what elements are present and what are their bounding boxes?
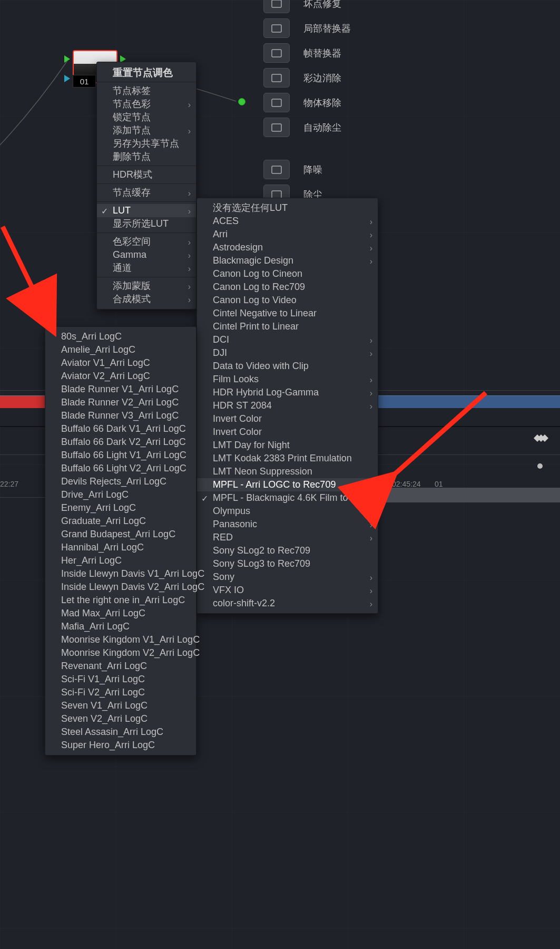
lut-item[interactable]: Canon Log to Cineon	[197, 267, 378, 280]
menu-item[interactable]: 添加节点›	[97, 124, 196, 137]
menu-title[interactable]: 重置节点调色	[97, 65, 196, 80]
lut-item[interactable]: Canon Log to Video	[197, 294, 378, 307]
tool-spot-repair[interactable]: 坏点修复	[263, 0, 553, 16]
preset-item[interactable]: Aviator V1_Arri LogC	[45, 356, 196, 370]
preset-item[interactable]: Blade Runner V3_Arri LogC	[45, 409, 196, 422]
menu-item[interactable]: 锁定节点	[97, 111, 196, 124]
preset-item[interactable]: Hannibal_Arri LogC	[45, 541, 196, 554]
lut-submenu[interactable]: 没有选定任何LUTACES›Arri›Astrodesign›Blackmagi…	[197, 198, 378, 614]
chevron-right-icon: ›	[370, 584, 372, 597]
preset-item[interactable]: Let the right one in_Arri LogC	[45, 594, 196, 607]
preset-item[interactable]: Aviator V2_Arri LogC	[45, 370, 196, 383]
node-context-menu[interactable]: 重置节点调色节点标签节点色彩›锁定节点添加节点›另存为共享节点删除节点HDR模式…	[96, 62, 197, 309]
lut-item[interactable]: Film Looks›	[197, 373, 378, 386]
preset-item[interactable]: Enemy_Arri LogC	[45, 501, 196, 515]
chevron-right-icon: ›	[370, 518, 372, 531]
lut-item[interactable]: Invert Color	[197, 412, 378, 425]
lut-item[interactable]: Blackmagic Design›	[197, 254, 378, 267]
tool-local-replace[interactable]: 局部替换器	[263, 16, 553, 41]
lut-item[interactable]: Panasonic›	[197, 518, 378, 531]
preset-item[interactable]: Amelie_Arri LogC	[45, 343, 196, 356]
lut-item[interactable]: RED›	[197, 531, 378, 544]
preset-item[interactable]: Inside Llewyn Davis V2_Arri LogC	[45, 580, 196, 594]
menu-item[interactable]: 节点标签	[97, 84, 196, 98]
svg-rect-6	[272, 166, 281, 173]
lut-item[interactable]: Invert Color	[197, 425, 378, 439]
svg-rect-1	[272, 25, 281, 32]
chevron-right-icon: ›	[188, 262, 191, 275]
lut-item[interactable]: Canon Log to Rec709	[197, 280, 378, 294]
lut-item[interactable]: Data to Video with Clip	[197, 360, 378, 373]
lut-item[interactable]: Cintel Negative to Linear	[197, 307, 378, 320]
preset-item[interactable]: Seven V2_Arri LogC	[45, 712, 196, 725]
lut-item[interactable]: Arri›	[197, 228, 378, 241]
menu-item[interactable]: 显示所选LUT	[97, 217, 196, 230]
preset-item[interactable]: Seven V1_Arri LogC	[45, 699, 196, 712]
menu-item[interactable]: 通道›	[97, 262, 196, 275]
timeline-highlight	[0, 396, 47, 408]
preset-item[interactable]: Sci-Fi V1_Arri LogC	[45, 673, 196, 686]
preset-item[interactable]: Blade Runner V2_Arri LogC	[45, 396, 196, 409]
preset-item[interactable]: Moonrise Kingdom V2_Arri LogC	[45, 646, 196, 660]
lut-item[interactable]: LMT Kodak 2383 Print Emulation	[197, 452, 378, 465]
preset-item[interactable]: Moonrise Kingdom V1_Arri LogC	[45, 633, 196, 646]
lut-item[interactable]: Cintel Print to Linear	[197, 320, 378, 333]
lut-item[interactable]: Sony›	[197, 570, 378, 584]
menu-item[interactable]: 合成模式›	[97, 293, 196, 306]
lut-item[interactable]: MPFL - Arri LOGC to Rec709›	[197, 478, 378, 491]
preset-item[interactable]: Super Hero_Arri LogC	[45, 739, 196, 752]
preset-item[interactable]: Buffalo 66 Light V2_Arri LogC	[45, 462, 196, 475]
tool-frame-replace[interactable]: 帧替换器	[263, 41, 553, 65]
preset-item[interactable]: Revenant_Arri LogC	[45, 660, 196, 673]
chevron-right-icon: ›	[370, 333, 372, 346]
menu-item[interactable]: 删除节点	[97, 150, 196, 163]
auto-dust-icon	[263, 118, 290, 137]
lut-item[interactable]: Sony SLog3 to Rec709	[197, 557, 378, 570]
menu-item[interactable]: 节点色彩›	[97, 98, 196, 111]
chevron-right-icon: ›	[188, 124, 191, 137]
lut-item[interactable]: Olympus›	[197, 505, 378, 518]
lut-item[interactable]: ACES›	[197, 215, 378, 228]
chevron-right-icon: ›	[370, 505, 372, 518]
lut-preset-submenu[interactable]: 80s_Arri LogCAmelie_Arri LogCAviator V1_…	[45, 326, 197, 756]
preset-item[interactable]: Devils Rejects_Arri LogC	[45, 475, 196, 488]
preset-item[interactable]: Mad Max_Arri LogC	[45, 607, 196, 620]
preset-item[interactable]: Buffalo 66 Dark V1_Arri LogC	[45, 422, 196, 435]
lut-item[interactable]: DCI›	[197, 333, 378, 346]
menu-item[interactable]: Gamma›	[97, 248, 196, 262]
lut-item[interactable]: Astrodesign›	[197, 241, 378, 254]
preset-item[interactable]: Grand Budapest_Arri LogC	[45, 528, 196, 541]
lut-item[interactable]: MPFL - Blackmagic 4.6K Film to Rec709✓›	[197, 491, 378, 505]
lut-item[interactable]: HDR Hybrid Log-Gamma›	[197, 386, 378, 399]
lut-item[interactable]: LMT Neon Suppression	[197, 465, 378, 478]
preset-item[interactable]: Blade Runner V1_Arri LogC	[45, 383, 196, 396]
tool-auto-dust[interactable]: 自动除尘	[263, 115, 553, 140]
menu-item[interactable]: 添加蒙版›	[97, 279, 196, 293]
tool-edge-remove[interactable]: 彩边消除	[263, 65, 553, 90]
lut-item[interactable]: color-shift-v2.2›	[197, 597, 378, 610]
lut-item[interactable]: VFX IO›	[197, 584, 378, 597]
menu-item[interactable]: HDR模式	[97, 168, 196, 181]
lut-item[interactable]: Sony SLog2 to Rec709	[197, 544, 378, 557]
tool-panel: 坏点修复局部替换器帧替换器彩边消除物体移除自动除尘降噪除尘	[263, 0, 553, 207]
menu-item[interactable]: 另存为共享节点	[97, 137, 196, 150]
lut-item[interactable]: HDR ST 2084›	[197, 399, 378, 412]
tool-denoise[interactable]: 降噪	[263, 157, 553, 182]
menu-item[interactable]: 节点缓存›	[97, 186, 196, 199]
preset-item[interactable]: Her_Arri LogC	[45, 554, 196, 567]
menu-item[interactable]: 色彩空间›	[97, 235, 196, 248]
lut-item[interactable]: 没有选定任何LUT	[197, 201, 378, 215]
preset-item[interactable]: Sci-Fi V2_Arri LogC	[45, 686, 196, 699]
preset-item[interactable]: Buffalo 66 Dark V2_Arri LogC	[45, 435, 196, 449]
preset-item[interactable]: Drive_Arri LogC	[45, 488, 196, 501]
tool-object-remove[interactable]: 物体移除	[263, 90, 553, 115]
preset-item[interactable]: 80s_Arri LogC	[45, 330, 196, 343]
preset-item[interactable]: Graduate_Arri LogC	[45, 515, 196, 528]
preset-item[interactable]: Inside Llewyn Davis V1_Arri LogC	[45, 567, 196, 580]
preset-item[interactable]: Steel Assasin_Arri LogC	[45, 725, 196, 739]
lut-item[interactable]: LMT Day for Night	[197, 439, 378, 452]
lut-item[interactable]: DJI›	[197, 346, 378, 360]
preset-item[interactable]: Buffalo 66 Light V1_Arri LogC	[45, 449, 196, 462]
menu-item[interactable]: LUT✓›	[97, 204, 196, 217]
preset-item[interactable]: Mafia_Arri LogC	[45, 620, 196, 633]
